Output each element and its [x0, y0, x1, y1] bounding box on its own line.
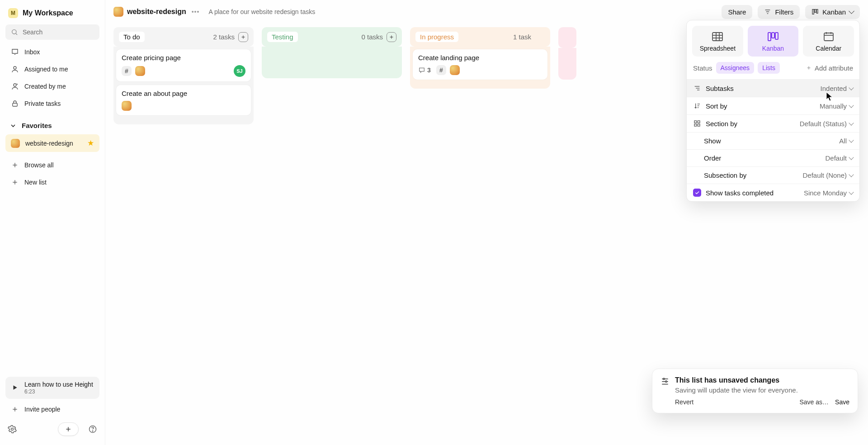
- view-kanban-tile[interactable]: Kanban: [748, 26, 799, 57]
- view-spreadsheet-tile[interactable]: Spreadsheet: [692, 26, 743, 57]
- task-title: Create pricing page: [122, 54, 245, 62]
- view-calendar-tile[interactable]: Calendar: [803, 26, 854, 57]
- learn-height-promo[interactable]: Learn how to use Height 6:23: [5, 377, 99, 399]
- column-count: 1 task: [513, 33, 535, 41]
- plus-icon: [11, 405, 19, 413]
- svg-rect-51: [698, 124, 700, 126]
- spreadsheet-icon: [711, 31, 724, 42]
- view-tile-label: Calendar: [816, 45, 841, 52]
- save-as-button[interactable]: Save as…: [799, 398, 829, 406]
- option-label: Sort by: [706, 102, 727, 110]
- sidebar-item-label: New list: [24, 179, 47, 186]
- sidebar-heading-label: Favorites: [22, 122, 52, 129]
- avatar[interactable]: SJ: [234, 65, 245, 77]
- sidebar-item-label: Invite people: [24, 406, 60, 413]
- help-icon[interactable]: [88, 424, 98, 434]
- star-icon[interactable]: ★: [87, 138, 94, 148]
- option-subtasks[interactable]: Subtasks Indented: [687, 79, 859, 97]
- option-value[interactable]: Since Monday: [804, 189, 853, 197]
- task-card[interactable]: Create pricing page # SJ: [116, 49, 251, 81]
- sidebar-item-invite[interactable]: Invite people: [5, 401, 99, 417]
- list-chip[interactable]: [122, 101, 132, 111]
- column-header: In progress 1 task: [410, 27, 550, 47]
- view-switcher-button[interactable]: Kanban: [805, 5, 860, 19]
- search-input[interactable]: Search: [5, 24, 99, 40]
- sidebar-item-new-list[interactable]: New list: [5, 174, 99, 190]
- task-card[interactable]: Create landing page 3 #: [413, 49, 547, 80]
- subtasks-icon: [693, 84, 701, 92]
- filters-button[interactable]: Filters: [758, 5, 800, 19]
- search-placeholder: Search: [23, 28, 42, 36]
- column-count: 2 tasks: [213, 33, 238, 41]
- add-attribute-label: Add attribute: [815, 64, 853, 72]
- option-value[interactable]: Default: [825, 154, 853, 162]
- column-name[interactable]: To do: [119, 32, 145, 42]
- column-header: [558, 27, 576, 48]
- option-label: Subtasks: [706, 85, 734, 92]
- column-name[interactable]: In progress: [415, 32, 458, 42]
- add-task-button[interactable]: [387, 32, 396, 42]
- revert-button[interactable]: Revert: [675, 398, 693, 406]
- hash-chip[interactable]: #: [436, 65, 446, 75]
- column-header: To do 2 tasks: [113, 27, 254, 47]
- checkbox-checked-icon[interactable]: [693, 189, 701, 197]
- option-value[interactable]: Default (None): [802, 171, 853, 179]
- option-value[interactable]: Default (Status): [800, 120, 853, 128]
- hash-chip[interactable]: #: [122, 66, 132, 76]
- option-value[interactable]: Manually: [820, 102, 853, 110]
- new-task-button[interactable]: [58, 422, 79, 436]
- sidebar-item-assigned[interactable]: Assigned to me: [5, 61, 99, 77]
- sidebar-heading-favorites[interactable]: Favorites: [5, 118, 99, 133]
- option-order[interactable]: Order Default: [687, 149, 859, 166]
- sidebar-item-private[interactable]: Private tasks: [5, 95, 99, 112]
- sidebar-item-website-redesign[interactable]: website-redesign ★: [5, 134, 99, 152]
- sidebar-item-inbox[interactable]: Inbox: [5, 44, 99, 60]
- option-sort-by[interactable]: Sort by Manually: [687, 97, 859, 114]
- add-attribute-button[interactable]: Add attribute: [806, 64, 853, 72]
- option-subsection-by[interactable]: Subsection by Default (None): [687, 166, 859, 184]
- svg-rect-20: [815, 9, 816, 13]
- svg-point-11: [11, 428, 14, 431]
- sidebar-item-browse-all[interactable]: Browse all: [5, 157, 99, 173]
- task-card[interactable]: Create an about page: [116, 85, 251, 115]
- add-task-button[interactable]: [238, 32, 248, 42]
- settings-icon[interactable]: [7, 424, 17, 434]
- share-button[interactable]: Share: [722, 5, 752, 19]
- attr-chip-assignees[interactable]: Assignees: [716, 62, 755, 74]
- kanban-icon: [767, 31, 779, 42]
- save-button[interactable]: Save: [835, 398, 849, 406]
- option-value[interactable]: All: [839, 137, 853, 145]
- list-chip[interactable]: [450, 65, 460, 75]
- plus-icon: [11, 178, 19, 186]
- option-section-by[interactable]: Section by Default (Status): [687, 114, 859, 132]
- workspace-name: My Workspace: [23, 9, 73, 17]
- svg-rect-36: [824, 33, 833, 41]
- option-label: Section by: [706, 120, 737, 128]
- sliders-icon: [660, 376, 670, 385]
- list-icon: [113, 7, 123, 17]
- workspace-switcher[interactable]: M My Workspace: [4, 5, 101, 22]
- attr-chip-lists[interactable]: Lists: [758, 62, 780, 74]
- svg-rect-28: [712, 33, 722, 41]
- list-chip[interactable]: [135, 66, 145, 76]
- svg-rect-19: [812, 9, 814, 14]
- comments-chip[interactable]: 3: [418, 65, 433, 75]
- more-icon[interactable]: •••: [190, 8, 202, 15]
- filter-icon: [764, 8, 771, 15]
- breadcrumb[interactable]: website-redesign ••• A place for our web…: [113, 7, 315, 17]
- column-name[interactable]: Testing: [267, 32, 298, 42]
- svg-point-15: [92, 431, 93, 431]
- option-show-completed[interactable]: Show tasks completed Since Monday: [687, 184, 859, 201]
- calendar-icon: [822, 31, 835, 42]
- view-settings-popover: Spreadsheet Kanban Calendar Status Assig…: [686, 20, 860, 202]
- option-value[interactable]: Indented: [821, 85, 853, 92]
- sidebar-item-created[interactable]: Created by me: [5, 78, 99, 95]
- inbox-icon: [11, 48, 19, 56]
- view-tile-label: Spreadsheet: [700, 45, 736, 52]
- svg-line-1: [16, 33, 17, 35]
- column-todo: To do 2 tasks Create pricing page # SJ: [113, 27, 254, 127]
- list-description[interactable]: A place for our website redesign tasks: [208, 8, 315, 15]
- column-done: [558, 27, 576, 127]
- sidebar-item-label: Created by me: [24, 83, 66, 90]
- option-show[interactable]: Show All: [687, 132, 859, 149]
